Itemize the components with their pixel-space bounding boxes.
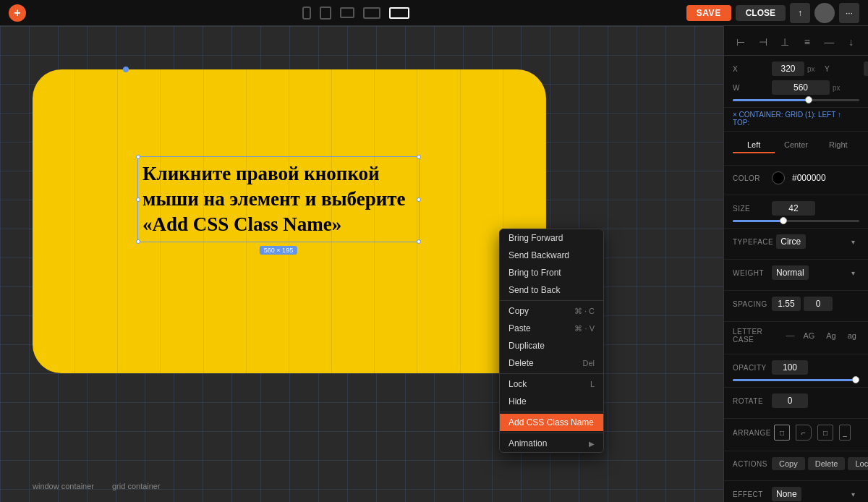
save-button[interactable]: SAVE [686, 5, 731, 21]
more-button[interactable]: ··· [839, 3, 859, 23]
font-size-row: SIZE [733, 201, 859, 216]
w-label: W [733, 84, 769, 92]
font-size-slider[interactable] [733, 220, 859, 222]
handle-middle-right[interactable] [417, 197, 421, 202]
ctx-delete[interactable]: Delete Del [500, 354, 603, 372]
w-input[interactable] [772, 80, 830, 95]
opacity-input[interactable] [772, 360, 808, 375]
arrange-icons: □ ⌐ □ _ [774, 425, 851, 441]
action-buttons: Copy Delete Lock [772, 457, 868, 470]
lc-lowercase[interactable]: ag [845, 330, 859, 341]
arrange-icon-3[interactable]: □ [817, 425, 833, 441]
ctx-divider-2 [500, 373, 603, 374]
align-tab-right[interactable]: Right [817, 137, 859, 153]
ctx-paste[interactable]: Paste ⌘ · V [500, 320, 603, 337]
y-label: Y [825, 65, 861, 73]
arrange-icon-4[interactable]: _ [839, 425, 851, 441]
main-layout: Кликните правой кнопкой мыши на элемент … [0, 26, 868, 502]
avatar [814, 3, 835, 23]
align-tab-left[interactable]: Left [733, 137, 775, 153]
lc-none[interactable]: — [786, 331, 794, 341]
typeface-row: TYPEFACE Circe [733, 234, 859, 249]
grid-container-label: grid container [112, 482, 161, 490]
opacity-row: OPACITY [733, 360, 859, 375]
arrange-section: ARRANGE □ ⌐ □ _ [724, 419, 868, 451]
effect-row: EFFECT None [733, 487, 859, 501]
rotate-input[interactable] [772, 393, 808, 408]
selection-indicator [123, 67, 129, 72]
align-center-v-panel-icon[interactable]: ⊣ [754, 35, 772, 49]
x-unit: px [807, 65, 819, 73]
device-phone-icon[interactable] [302, 7, 311, 20]
typeface-select-wrapper: Circe [776, 234, 859, 249]
size-slider[interactable] [733, 99, 859, 101]
canvas-area[interactable]: Кликните правой кнопкой мыши на элемент … [0, 26, 723, 502]
minus-panel-icon[interactable]: — [820, 35, 838, 49]
spacing-section: SPACING [724, 291, 868, 322]
undo-button[interactable]: ↑ [790, 3, 810, 23]
handle-top-right[interactable] [417, 155, 421, 159]
letter-spacing-input[interactable] [804, 297, 833, 311]
topbar-right: SAVE CLOSE ↑ ··· [686, 3, 859, 23]
actions-delete-button[interactable]: Delete [808, 457, 846, 470]
close-button[interactable]: CLOSE [736, 5, 786, 21]
ctx-bring-to-front[interactable]: Bring to Front [500, 264, 603, 281]
ctx-copy[interactable]: Copy ⌘ · C [500, 302, 603, 320]
typeface-section: TYPEFACE Circe [724, 229, 868, 260]
font-size-section: SIZE [724, 195, 868, 229]
line-spacing-input[interactable] [772, 297, 801, 311]
arrange-icon-1[interactable]: □ [774, 425, 790, 441]
ctx-send-backward[interactable]: Send Backward [500, 247, 603, 264]
letter-case-section: LETTER CASE — AG Ag ag [724, 322, 868, 354]
arrange-icon-2[interactable]: ⌐ [796, 425, 812, 441]
download-panel-icon[interactable]: ↓ [843, 35, 860, 49]
weight-select[interactable]: Normal [772, 265, 809, 280]
arrange-label: ARRANGE [733, 429, 771, 437]
filter-panel-icon[interactable]: ≡ [799, 35, 816, 49]
handle-top-left[interactable] [136, 155, 140, 159]
color-swatch[interactable] [772, 171, 785, 184]
typeface-select[interactable]: Circe [776, 234, 806, 249]
device-monitor-icon[interactable] [363, 7, 380, 19]
spacing-row: SPACING [733, 297, 859, 311]
ctx-duplicate[interactable]: Duplicate [500, 337, 603, 354]
ctx-bring-forward[interactable]: Bring Forward [500, 229, 603, 247]
effect-select-wrapper: None [772, 487, 859, 501]
ctx-hide[interactable]: Hide [500, 393, 603, 410]
align-left-panel-icon[interactable]: ⊢ [732, 35, 749, 49]
weight-section: WEIGHT Normal [724, 260, 868, 291]
lc-capitalize[interactable]: Ag [823, 330, 838, 341]
effect-select[interactable]: None [772, 487, 801, 501]
add-button[interactable]: + [9, 4, 26, 22]
handle-bottom-left[interactable] [136, 239, 140, 244]
font-size-slider-thumb[interactable] [780, 217, 787, 224]
font-size-input[interactable] [772, 201, 815, 216]
device-tablet-icon[interactable] [320, 7, 331, 20]
device-small-monitor-icon[interactable] [340, 7, 354, 18]
ctx-animation[interactable]: Animation ▶ [500, 435, 603, 452]
opacity-slider[interactable] [733, 379, 859, 381]
window-container-label: window container [33, 482, 94, 490]
y-input[interactable] [864, 61, 868, 76]
text-element[interactable]: Кликните правой кнопкой мыши на элемент … [137, 156, 420, 242]
color-section: COLOR #000000 [724, 166, 868, 195]
actions-row: ACTIONS Copy Delete Lock [733, 457, 859, 470]
actions-lock-button[interactable]: Lock [848, 457, 868, 470]
opacity-slider-thumb[interactable] [852, 376, 859, 383]
size-slider-thumb[interactable] [805, 96, 812, 103]
x-input[interactable] [772, 61, 804, 76]
device-wide-icon[interactable] [389, 7, 409, 19]
ctx-send-to-back[interactable]: Send to Back [500, 281, 603, 299]
lc-uppercase[interactable]: AG [800, 330, 817, 341]
spacing-label: SPACING [733, 300, 769, 308]
typeface-label: TYPEFACE [733, 238, 773, 246]
align-tab-center[interactable]: Center [775, 137, 817, 153]
handle-bottom-right[interactable] [417, 239, 421, 244]
align-right-panel-icon[interactable]: ⊥ [776, 35, 793, 49]
element-size-badge: 560 × 195 [260, 246, 297, 255]
handle-middle-left[interactable] [136, 197, 140, 202]
ctx-lock[interactable]: Lock L [500, 375, 603, 393]
actions-copy-button[interactable]: Copy [772, 457, 805, 470]
ctx-add-css-class[interactable]: Add CSS Class Name [500, 414, 603, 431]
yellow-container[interactable]: Кликните правой кнопкой мыши на элемент … [33, 69, 546, 373]
